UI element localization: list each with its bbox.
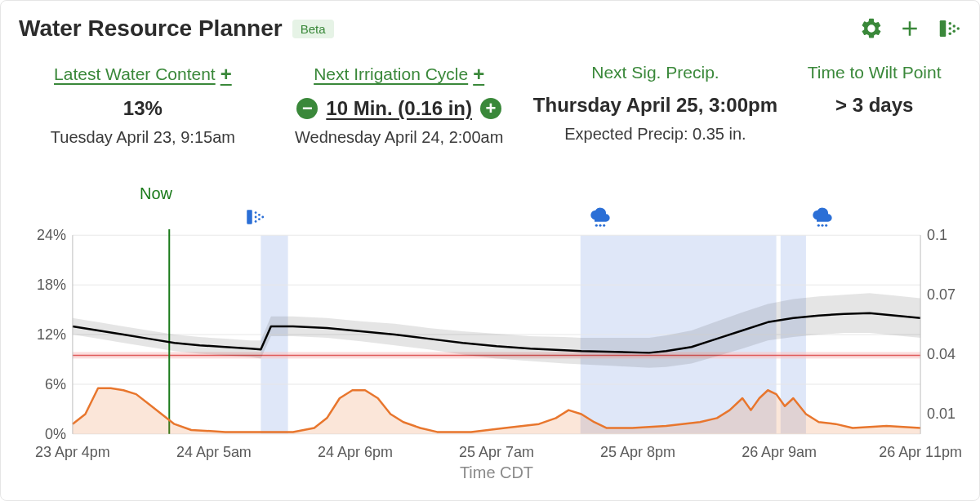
water-content-link[interactable]: Latest Water Content +	[54, 63, 232, 86]
svg-text:Time CDT: Time CDT	[460, 463, 533, 481]
svg-point-13	[261, 216, 264, 219]
svg-text:24%: 24%	[37, 229, 66, 243]
svg-text:23 Apr 4pm: 23 Apr 4pm	[35, 444, 110, 460]
stat-wilt: Time to Wilt Point > 3 days	[787, 63, 961, 147]
svg-text:0.01: 0.01	[927, 406, 956, 422]
svg-text:25 Apr 8pm: 25 Apr 8pm	[600, 444, 675, 460]
svg-point-11	[258, 214, 261, 216]
svg-text:0.07: 0.07	[927, 286, 956, 303]
irrigation-value[interactable]: 10 Min. (0.16 in)	[326, 97, 472, 120]
plus-icon: +	[473, 63, 484, 86]
chart-svg: 0%6%12%18%24%0.010.040.070.123 Apr 4pm24…	[24, 229, 961, 484]
svg-point-19	[825, 224, 827, 227]
plus-icon: +	[220, 63, 232, 86]
sprinkler-icon	[244, 206, 265, 231]
svg-point-14	[595, 224, 598, 227]
irrigation-value-row: − 10 Min. (0.16 in) +	[275, 97, 523, 120]
svg-point-6	[957, 27, 960, 30]
precip-sub: Expected Precip: 0.35 in.	[532, 125, 780, 144]
svg-point-4	[953, 24, 956, 28]
svg-text:18%: 18%	[37, 277, 66, 293]
svg-point-1	[949, 22, 952, 25]
svg-text:24 Apr 5am: 24 Apr 5am	[176, 444, 252, 460]
decrease-button[interactable]: −	[296, 98, 318, 119]
plus-icon[interactable]	[898, 16, 922, 41]
increase-button[interactable]: +	[480, 98, 501, 119]
page-title: Water Resource Planner	[19, 16, 283, 42]
now-label: Now	[140, 184, 172, 203]
svg-point-18	[821, 224, 823, 227]
irrigation-time: Wednesday April 24, 2:00am	[275, 128, 523, 147]
gear-icon[interactable]	[860, 17, 883, 40]
svg-text:26 Apr 11pm: 26 Apr 11pm	[879, 444, 961, 460]
svg-text:0.1: 0.1	[927, 229, 947, 243]
svg-point-5	[953, 29, 956, 33]
precip-label: Next Sig. Precip.	[591, 63, 719, 82]
precip-value: Thursday April 25, 3:00pm	[532, 94, 780, 117]
irrigation-link[interactable]: Next Irrigation Cycle +	[314, 63, 484, 86]
header-actions	[860, 16, 961, 41]
svg-text:24 Apr 6pm: 24 Apr 6pm	[318, 444, 393, 460]
svg-point-10	[255, 220, 257, 223]
water-content-time: Tuesday April 23, 9:15am	[19, 128, 267, 147]
stat-water-content: Latest Water Content + 13% Tuesday April…	[19, 63, 267, 147]
svg-point-9	[255, 216, 257, 219]
chart: 0%6%12%18%24%0.010.040.070.123 Apr 4pm24…	[24, 229, 961, 484]
stat-precip: Next Sig. Precip. Thursday April 25, 3:0…	[532, 63, 780, 147]
irrigation-label: Next Irrigation Cycle	[314, 64, 468, 84]
beta-badge: Beta	[292, 20, 334, 38]
svg-text:0.04: 0.04	[927, 346, 956, 362]
svg-point-8	[255, 211, 257, 214]
svg-rect-0	[940, 20, 947, 37]
svg-text:0%: 0%	[45, 426, 66, 442]
svg-point-12	[258, 218, 261, 220]
svg-point-16	[603, 224, 605, 227]
stats-row: Latest Water Content + 13% Tuesday April…	[19, 63, 961, 147]
svg-point-15	[599, 224, 601, 227]
svg-point-17	[817, 224, 820, 227]
header: Water Resource Planner Beta	[19, 16, 961, 42]
water-content-label: Latest Water Content	[54, 64, 216, 84]
stat-irrigation: Next Irrigation Cycle + − 10 Min. (0.16 …	[275, 63, 523, 147]
svg-rect-7	[247, 210, 252, 224]
water-resource-card: Water Resource Planner Beta Latest Water…	[0, 0, 980, 501]
header-left: Water Resource Planner Beta	[19, 16, 334, 42]
svg-point-2	[949, 27, 952, 30]
svg-point-3	[949, 33, 952, 36]
sprinkler-icon[interactable]	[937, 16, 961, 41]
svg-text:26 Apr 9am: 26 Apr 9am	[742, 444, 817, 460]
svg-text:12%: 12%	[37, 326, 66, 343]
svg-text:6%: 6%	[45, 376, 66, 392]
wilt-value: > 3 days	[787, 94, 961, 117]
water-content-value: 13%	[19, 97, 267, 120]
wilt-label: Time to Wilt Point	[808, 63, 942, 82]
svg-text:25 Apr 7am: 25 Apr 7am	[459, 444, 534, 460]
